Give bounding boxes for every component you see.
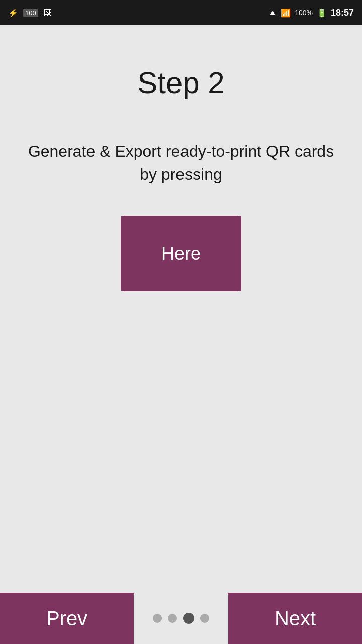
dot-4 [200,614,209,623]
image-icon: 🖼 [43,8,51,17]
main-content: Step 2 Generate & Export ready-to-print … [0,25,362,593]
here-button[interactable]: Here [121,216,241,291]
usb-icon: ⚡ [8,8,18,18]
pagination-dots [134,613,228,624]
wifi-icon: ▲ [268,8,277,17]
prev-button[interactable]: Prev [0,593,134,644]
battery-percent: 100% [295,9,313,17]
status-time: 18:57 [331,8,354,18]
status-bar-right: ▲ 📶 100% 🔋 18:57 [268,8,354,18]
next-button[interactable]: Next [228,593,362,644]
instruction-text: Generate & Export ready-to-print QR card… [20,140,342,186]
battery-icon: 🔋 [317,8,327,18]
status-bar: ⚡ 100 🖼 ▲ 📶 100% 🔋 18:57 [0,0,362,25]
step-title: Step 2 [137,65,224,100]
dot-3-active [183,613,194,624]
dot-2 [168,614,177,623]
signal-icon: 📶 [281,8,291,18]
dot-1 [153,614,162,623]
bottom-nav: Prev Next [0,593,362,644]
battery-badge-icon: 100 [23,9,38,17]
status-bar-left: ⚡ 100 🖼 [8,8,51,18]
